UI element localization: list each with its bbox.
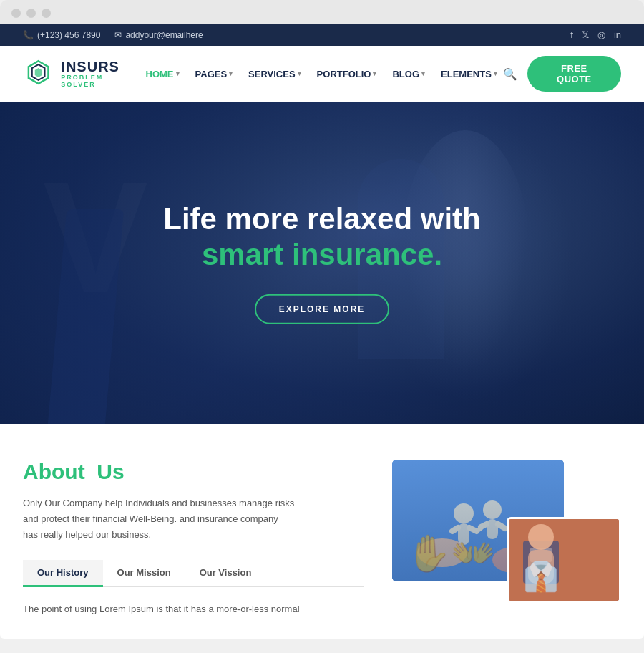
about-title-black: About xyxy=(23,460,85,483)
tab-our-history[interactable]: Our History xyxy=(23,560,103,587)
traffic-light-yellow xyxy=(26,9,36,18)
svg-rect-7 xyxy=(458,523,469,545)
svg-line-9 xyxy=(469,528,477,531)
phone-icon: 📞 xyxy=(23,30,34,40)
about-title: About Us xyxy=(23,460,364,484)
svg-rect-19 xyxy=(528,550,554,584)
top-bar-social: f 𝕏 ◎ in xyxy=(570,29,621,40)
hero-title-line1: Life more relaxed with xyxy=(43,202,601,236)
explore-more-button[interactable]: EXPLORE MORE xyxy=(255,294,390,324)
chevron-down-icon: ▾ xyxy=(494,70,497,77)
svg-line-13 xyxy=(498,524,505,528)
email-icon: ✉ xyxy=(114,30,122,40)
nav-item-elements[interactable]: ELEMENTS ▾ xyxy=(435,64,503,84)
email-address: addyour@emailhere xyxy=(125,30,203,40)
about-description: Only Our Company help Individuals and bu… xyxy=(23,495,295,543)
about-section: About Us Only Our Company help Individua… xyxy=(0,424,644,639)
logo-tagline: PROBLEM SOLVER xyxy=(61,74,140,89)
nav-home-label: HOME xyxy=(146,69,174,79)
logo[interactable]: INSURS PROBLEM SOLVER xyxy=(23,58,140,90)
tab-our-mission[interactable]: Our Mission xyxy=(103,560,185,587)
phone-number: (+123) 456 7890 xyxy=(37,30,100,40)
about-right-column xyxy=(392,460,621,603)
window-chrome xyxy=(0,0,644,24)
chevron-down-icon: ▾ xyxy=(176,70,180,77)
nav-item-blog[interactable]: BLOG ▾ xyxy=(386,64,431,84)
nav-item-home[interactable]: HOME ▾ xyxy=(140,64,185,84)
search-icon[interactable]: 🔍 xyxy=(503,67,517,81)
nav-item-services[interactable]: SERVICES ▾ xyxy=(243,64,307,84)
about-title-green: Us xyxy=(97,460,124,483)
chevron-down-icon: ▾ xyxy=(421,70,425,77)
svg-point-6 xyxy=(454,503,474,523)
nav-services-label: SERVICES xyxy=(248,69,296,79)
nav-portfolio-label: PORTFOLIO xyxy=(317,69,371,79)
top-bar: 📞 (+123) 456 7890 ✉ addyour@emailhere f … xyxy=(0,24,644,46)
svg-rect-15 xyxy=(509,519,621,603)
nav-links: HOME ▾ PAGES ▾ SERVICES ▾ PORTFOLIO ▾ BL… xyxy=(140,64,503,84)
svg-point-4 xyxy=(417,538,467,567)
instagram-icon[interactable]: ◎ xyxy=(597,29,605,40)
nav-elements-label: ELEMENTS xyxy=(441,69,492,79)
site-wrapper: 📞 (+123) 456 7890 ✉ addyour@emailhere f … xyxy=(0,24,644,639)
hero-title-line2: smart insurance. xyxy=(43,238,601,272)
hero-section: V Life more relaxed with smart insurance… xyxy=(0,102,644,424)
about-image-secondary xyxy=(507,517,621,603)
facebook-icon[interactable]: f xyxy=(570,29,573,40)
nav-actions: 🔍 FREE QUOTE xyxy=(503,56,621,92)
svg-line-8 xyxy=(452,528,458,531)
phone-info: 📞 (+123) 456 7890 xyxy=(23,30,100,40)
nav-item-portfolio[interactable]: PORTFOLIO ▾ xyxy=(311,64,383,84)
email-info: ✉ addyour@emailhere xyxy=(114,30,203,40)
logo-icon xyxy=(23,58,54,90)
main-nav: INSURS PROBLEM SOLVER HOME ▾ PAGES ▾ SER… xyxy=(0,46,644,102)
about-tabs: Our History Our Mission Our Vission xyxy=(23,560,364,587)
nav-item-pages[interactable]: PAGES ▾ xyxy=(190,64,239,84)
linkedin-icon[interactable]: in xyxy=(614,29,621,40)
svg-point-10 xyxy=(483,500,502,519)
traffic-light-green xyxy=(42,9,51,18)
about-image-secondary-svg xyxy=(509,519,621,603)
about-image-stack xyxy=(392,460,621,603)
about-tab-content: The point of using Lorem Ipsum is that i… xyxy=(23,601,364,617)
hero-content: Life more relaxed with smart insurance. … xyxy=(0,202,644,324)
nav-pages-label: PAGES xyxy=(195,69,228,79)
free-quote-button[interactable]: FREE QUOTE xyxy=(527,56,621,92)
chevron-down-icon: ▾ xyxy=(298,70,301,77)
tab-our-vision[interactable]: Our Vission xyxy=(185,560,266,587)
svg-line-14 xyxy=(477,528,481,531)
svg-marker-2 xyxy=(35,68,42,77)
svg-rect-11 xyxy=(487,519,498,539)
chevron-down-icon: ▾ xyxy=(373,70,376,77)
logo-name: INSURS xyxy=(61,59,140,74)
nav-blog-label: BLOG xyxy=(392,69,419,79)
chevron-down-icon: ▾ xyxy=(229,70,233,77)
twitter-icon[interactable]: 𝕏 xyxy=(582,29,589,40)
traffic-light-red xyxy=(11,9,21,18)
svg-line-12 xyxy=(481,524,487,527)
svg-point-18 xyxy=(528,524,554,550)
about-left-column: About Us Only Our Company help Individua… xyxy=(23,460,364,617)
logo-text: INSURS PROBLEM SOLVER xyxy=(61,59,140,89)
top-bar-left: 📞 (+123) 456 7890 ✉ addyour@emailhere xyxy=(23,30,203,40)
